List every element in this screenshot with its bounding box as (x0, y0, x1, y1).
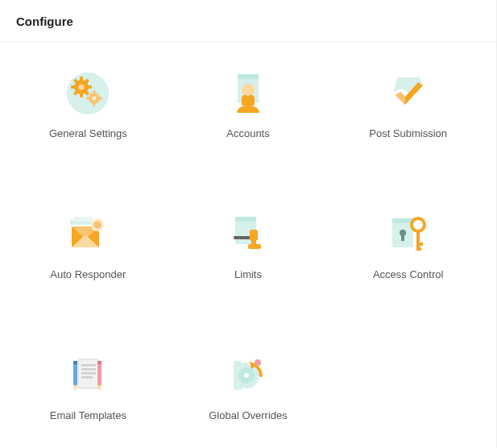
tile-email-templates[interactable]: Email Templates (8, 353, 168, 421)
svg-rect-33 (238, 236, 239, 239)
tile-label: Email Templates (50, 409, 126, 421)
svg-point-10 (79, 85, 85, 90)
svg-rect-35 (242, 236, 244, 239)
svg-rect-12 (93, 90, 96, 93)
svg-rect-57 (81, 376, 93, 379)
svg-rect-34 (240, 236, 242, 239)
svg-rect-54 (81, 364, 96, 367)
lock-key-icon (386, 212, 431, 257)
svg-rect-47 (401, 234, 404, 241)
disc-reset-icon (226, 353, 271, 398)
svg-rect-14 (86, 97, 89, 100)
svg-point-48 (412, 218, 425, 231)
svg-rect-3 (80, 93, 83, 97)
tile-label: Auto Responder (50, 268, 126, 280)
tile-limits[interactable]: Limits (168, 212, 329, 280)
envelope-icon (65, 212, 110, 257)
svg-rect-23 (73, 217, 93, 222)
svg-rect-50 (416, 243, 423, 246)
person-icon (226, 71, 271, 116)
svg-rect-60 (73, 361, 77, 364)
svg-rect-45 (392, 218, 413, 223)
svg-point-69 (255, 359, 261, 366)
tile-access-control[interactable]: Access Control (328, 212, 488, 280)
svg-rect-37 (247, 236, 249, 239)
document-edit-icon (65, 353, 110, 398)
svg-rect-18 (238, 74, 259, 79)
checkmark-paper-icon (386, 71, 431, 116)
svg-rect-51 (416, 247, 421, 251)
svg-rect-5 (88, 85, 92, 89)
svg-rect-56 (81, 372, 96, 375)
panel-title: Configure (16, 15, 480, 28)
svg-rect-61 (97, 363, 101, 385)
svg-rect-15 (99, 97, 102, 100)
tile-label: General Settings (49, 127, 127, 139)
svg-rect-49 (416, 230, 420, 249)
tile-accounts[interactable]: Accounts (168, 71, 329, 139)
svg-marker-59 (73, 385, 77, 392)
stamp-icon (226, 212, 271, 257)
tile-label: Limits (234, 268, 262, 280)
tile-label: Accounts (226, 127, 269, 139)
tile-grid: General Settings Accounts (0, 42, 496, 438)
svg-rect-41 (250, 230, 258, 241)
tile-post-submission[interactable]: Post Submission (328, 71, 488, 139)
tile-label: Global Overrides (209, 409, 288, 421)
svg-point-16 (93, 97, 97, 101)
svg-rect-36 (245, 236, 246, 239)
svg-point-20 (243, 84, 253, 93)
tile-auto-responder[interactable]: Auto Responder (8, 212, 168, 280)
svg-rect-4 (71, 85, 75, 89)
tile-global-overrides[interactable]: Global Overrides (168, 353, 329, 421)
svg-rect-32 (235, 236, 237, 239)
panel-header: Configure (0, 0, 496, 42)
svg-rect-2 (80, 77, 83, 81)
svg-rect-13 (93, 103, 96, 106)
svg-rect-58 (73, 363, 77, 385)
svg-rect-55 (81, 368, 96, 371)
gears-icon (65, 71, 110, 116)
svg-rect-63 (97, 361, 101, 364)
svg-rect-43 (251, 239, 256, 246)
svg-point-28 (93, 221, 101, 229)
svg-point-67 (244, 373, 249, 378)
tile-general-settings[interactable]: General Settings (8, 71, 168, 139)
tile-label: Access Control (373, 268, 443, 280)
configure-panel: Configure (0, 0, 497, 448)
svg-rect-30 (235, 217, 256, 222)
tile-label: Post Submission (369, 127, 447, 139)
